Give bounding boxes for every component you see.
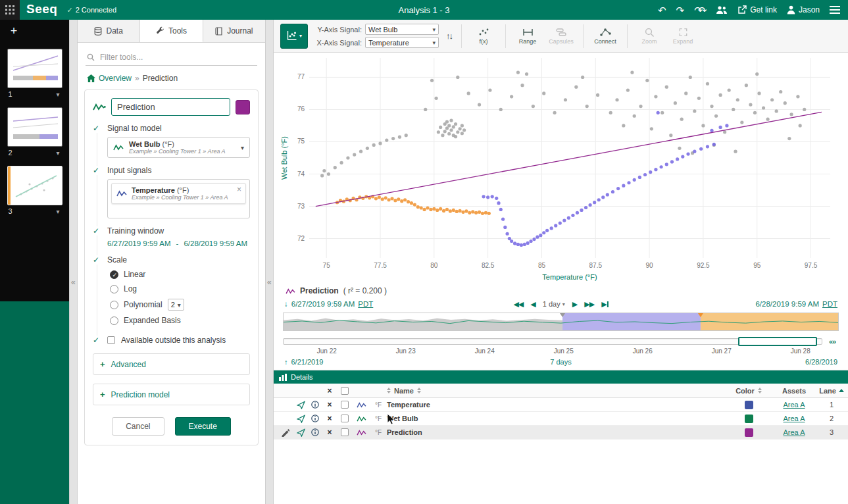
remove-item-icon[interactable]: × bbox=[322, 414, 337, 423]
investigate-start-date[interactable]: 6/21/2019 bbox=[291, 358, 324, 366]
item-name[interactable]: Prediction bbox=[387, 428, 422, 436]
remove-signal-icon[interactable]: × bbox=[237, 185, 241, 194]
chevron-down-icon[interactable]: ▾ bbox=[56, 208, 59, 215]
connection-status[interactable]: ✓ 2 Connected bbox=[66, 6, 116, 14]
row-checkbox[interactable] bbox=[341, 415, 349, 422]
scale-option-log[interactable]: Log bbox=[110, 284, 250, 293]
signal-to-model-select[interactable]: Wet Bulb (°F) Example » Cooling Tower 1 … bbox=[107, 137, 250, 158]
sort-icon[interactable] bbox=[758, 388, 762, 393]
app-launcher-button[interactable] bbox=[0, 0, 20, 20]
collapse-left-button[interactable]: « bbox=[71, 278, 76, 287]
asset-link[interactable]: Area A bbox=[783, 428, 805, 436]
tool-name-input[interactable] bbox=[111, 98, 230, 116]
assets-column-header[interactable]: Assets bbox=[773, 387, 815, 395]
item-color-swatch[interactable] bbox=[745, 428, 753, 437]
investigate-end-date[interactable]: 6/28/2019 bbox=[805, 358, 837, 366]
row-checkbox[interactable] bbox=[341, 428, 349, 436]
sort-icon[interactable] bbox=[417, 388, 421, 393]
x-axis-signal-select[interactable]: Temperature▾ bbox=[365, 37, 439, 48]
get-link-button[interactable]: Get link bbox=[737, 5, 777, 14]
filter-tools-input[interactable] bbox=[99, 52, 256, 63]
asset-link[interactable]: Area A bbox=[783, 415, 805, 422]
pin-to-trend-button[interactable] bbox=[293, 401, 308, 409]
tool-color-swatch[interactable] bbox=[236, 100, 250, 114]
tab-data[interactable]: Data bbox=[78, 20, 140, 42]
remove-item-icon[interactable]: × bbox=[322, 428, 337, 437]
advanced-section-toggle[interactable]: + Advanced bbox=[93, 353, 250, 375]
range-button[interactable]: Range bbox=[514, 22, 541, 50]
connect-button[interactable]: Connect bbox=[591, 22, 619, 50]
step-back-all-button[interactable]: ◀◀ bbox=[513, 300, 523, 309]
details-panel-header[interactable]: Details bbox=[274, 370, 848, 384]
details-row-temperature[interactable]: × °F Temperature Area A 1 bbox=[274, 398, 848, 412]
legend-item-name[interactable]: Prediction bbox=[300, 286, 339, 295]
step-to-end-button[interactable]: ▶ bbox=[601, 300, 608, 309]
redo-all-button[interactable]: ↷↷ bbox=[694, 5, 706, 15]
undo-button[interactable]: ↶ bbox=[658, 5, 666, 15]
name-column-header[interactable]: Name bbox=[394, 387, 414, 395]
remove-all-icon[interactable]: × bbox=[322, 386, 337, 395]
select-all-checkbox[interactable] bbox=[341, 387, 349, 395]
new-worksheet-button[interactable]: + bbox=[5, 24, 22, 39]
radio-log[interactable] bbox=[110, 285, 118, 293]
sort-icon[interactable] bbox=[387, 388, 391, 393]
scale-option-expanded-basis[interactable]: Expanded Basis bbox=[110, 316, 250, 325]
fx-button[interactable]: f(x) bbox=[470, 22, 497, 50]
scale-option-linear[interactable]: Linear bbox=[110, 270, 250, 279]
training-end-date[interactable]: 6/28/2019 9:59 AM bbox=[184, 239, 247, 247]
range-slider-selection[interactable] bbox=[738, 337, 817, 346]
y-axis-signal-select[interactable]: Wet Bulb▾ bbox=[365, 24, 439, 35]
view-selector-button[interactable]: ▾ bbox=[280, 24, 308, 49]
scale-option-polynomial[interactable]: Polynomial 2▾ bbox=[110, 299, 250, 311]
details-row-wet-bulb[interactable]: × °F Wet Bulb Area A 2 bbox=[274, 412, 848, 426]
display-range-start[interactable]: 6/27/2019 9:59 AM bbox=[291, 300, 355, 308]
training-start-date[interactable]: 6/27/2019 9:59 AM bbox=[107, 239, 171, 247]
row-checkbox[interactable] bbox=[341, 401, 349, 409]
item-color-swatch[interactable] bbox=[745, 415, 753, 423]
pin-to-trend-button[interactable] bbox=[293, 428, 308, 437]
details-row-prediction[interactable]: × °F Prediction Area A 3 bbox=[274, 426, 848, 440]
tab-journal[interactable]: Journal bbox=[203, 20, 265, 42]
item-info-button[interactable] bbox=[308, 415, 322, 422]
color-column-header[interactable]: Color bbox=[736, 387, 755, 395]
radio-expanded-basis[interactable] bbox=[110, 316, 118, 325]
investigate-duration[interactable]: 7 days bbox=[550, 358, 571, 366]
chevron-down-icon[interactable]: ▾ bbox=[56, 149, 59, 157]
remove-item-icon[interactable]: × bbox=[322, 400, 337, 409]
edit-item-button[interactable] bbox=[276, 428, 293, 437]
hamburger-menu-button[interactable] bbox=[830, 6, 840, 14]
collaborators-button[interactable] bbox=[716, 5, 728, 14]
cancel-button[interactable]: Cancel bbox=[112, 417, 164, 436]
step-size-select[interactable]: 1 day▾ bbox=[543, 300, 565, 308]
polynomial-degree-select[interactable]: 2▾ bbox=[168, 299, 184, 311]
item-info-button[interactable] bbox=[308, 401, 322, 409]
input-signals-box[interactable]: Temperature (°F) Example » Cooling Tower… bbox=[107, 179, 250, 218]
prediction-model-section-toggle[interactable]: + Prediction model bbox=[93, 384, 250, 405]
breadcrumb-overview-link[interactable]: Overview bbox=[99, 74, 132, 83]
radio-linear[interactable] bbox=[110, 270, 118, 279]
timezone-link[interactable]: PDT bbox=[822, 300, 837, 308]
timezone-link[interactable]: PDT bbox=[358, 300, 373, 308]
available-outside-checkbox[interactable] bbox=[107, 336, 115, 344]
chevron-down-icon[interactable]: ▾ bbox=[56, 91, 59, 98]
swap-axes-button[interactable]: ↑↓ bbox=[445, 31, 453, 41]
worksheet-thumbnail-3[interactable]: 3▾ bbox=[7, 166, 62, 215]
execute-button[interactable]: Execute bbox=[175, 417, 231, 436]
input-signal-item[interactable]: Temperature (°F) Example » Cooling Tower… bbox=[111, 183, 246, 204]
range-slider-track[interactable] bbox=[283, 338, 822, 345]
redo-button[interactable]: ↷ bbox=[676, 5, 685, 15]
item-info-button[interactable] bbox=[308, 428, 322, 436]
display-range-end[interactable]: 6/28/2019 9:59 AM bbox=[755, 300, 819, 308]
scatter-chart[interactable]: 7577.58082.58587.59092.59597.57273747576… bbox=[274, 53, 848, 284]
seeq-logo[interactable]: Seeq bbox=[20, 2, 66, 18]
pin-to-trend-button[interactable] bbox=[293, 415, 308, 423]
item-name[interactable]: Temperature bbox=[387, 401, 430, 409]
step-forward-all-button[interactable]: ▶▶ bbox=[584, 300, 594, 309]
lane-column-header[interactable]: Lane bbox=[815, 387, 848, 395]
asset-link[interactable]: Area A bbox=[783, 401, 805, 409]
radio-polynomial[interactable] bbox=[110, 301, 118, 309]
tab-tools[interactable]: Tools bbox=[140, 20, 203, 42]
collapse-tools-button[interactable]: « bbox=[267, 278, 272, 287]
auto-update-button[interactable]: «» bbox=[826, 337, 839, 346]
step-back-button[interactable]: ◀ bbox=[530, 300, 535, 309]
